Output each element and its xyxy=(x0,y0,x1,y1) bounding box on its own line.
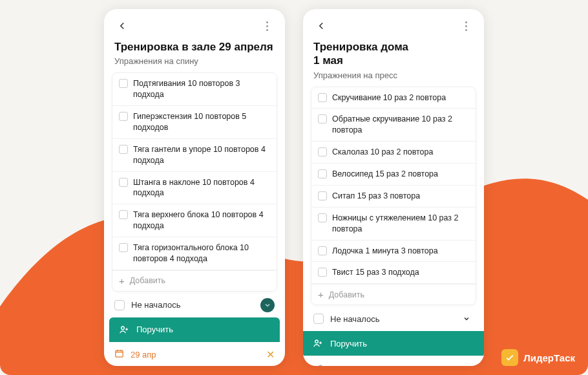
status-label: Не началось xyxy=(131,300,181,310)
chevron-down-icon[interactable] xyxy=(260,298,275,312)
kebab-icon[interactable] xyxy=(458,18,474,34)
checkbox-icon[interactable] xyxy=(318,268,327,277)
task-row[interactable]: Велосипед 15 раз 2 повтора xyxy=(311,164,476,186)
task-row[interactable]: Подтягивания 10 повторов 3 подхода xyxy=(112,73,277,106)
checkbox-icon[interactable] xyxy=(318,246,327,255)
checkbox-icon[interactable] xyxy=(318,213,327,222)
plus-icon: + xyxy=(119,276,125,286)
task-label: Штанга в наклоне 10 повторов 4 подхода xyxy=(133,177,270,199)
checkbox-icon[interactable] xyxy=(119,145,128,154)
message-row xyxy=(303,356,484,366)
task-row[interactable]: Тяга горизонтального блока 10 повторов 4… xyxy=(112,237,277,270)
task-label: Ножницы с утяжелением 10 раз 2 повтора xyxy=(332,213,469,235)
task-label: Гиперэкстензия 10 повторов 5 подходов xyxy=(133,111,270,133)
task-row[interactable]: Обратные скручивание 10 раз 2 повтора xyxy=(311,109,476,142)
task-row[interactable]: Скручивание 10 раз 2 повтора xyxy=(311,87,476,109)
chevron-down-icon[interactable] xyxy=(459,312,474,326)
checkbox-icon[interactable] xyxy=(114,300,125,310)
task-label: Подтягивания 10 повторов 3 подхода xyxy=(133,78,270,100)
page-title: Тренировка дома 1 мая xyxy=(303,40,484,70)
task-label: Обратные скручивание 10 раз 2 повтора xyxy=(332,114,469,136)
task-row[interactable]: Тяга верхнего блока 10 повторов 4 подход… xyxy=(112,204,277,237)
task-label: Тяга гантели в упоре 10 повторов 4 подхо… xyxy=(133,144,270,166)
add-label: Добавить xyxy=(130,276,165,285)
person-plus-icon xyxy=(312,338,324,349)
assign-label: Поручить xyxy=(330,339,367,348)
checkbox-icon[interactable] xyxy=(119,243,128,252)
task-label: Ситап 15 раз 3 повтора xyxy=(332,191,420,202)
task-list: Скручивание 10 раз 2 повтора Обратные ск… xyxy=(311,87,476,306)
checkbox-icon[interactable] xyxy=(119,79,128,88)
svg-point-0 xyxy=(121,327,125,330)
date-row[interactable]: 29 апр ✕ xyxy=(104,342,285,366)
task-row[interactable]: Ситап 15 раз 3 повтора xyxy=(311,186,476,208)
add-task-button[interactable]: +Добавить xyxy=(112,270,277,291)
task-row[interactable]: Штанга в наклоне 10 повторов 4 подхода xyxy=(112,172,277,205)
back-arrow-icon[interactable] xyxy=(313,18,329,34)
checkbox-icon[interactable] xyxy=(318,191,327,200)
close-icon[interactable]: ✕ xyxy=(266,348,275,361)
date-label: 29 апр xyxy=(131,350,156,359)
task-row[interactable]: Тяга гантели в упоре 10 повторов 4 подхо… xyxy=(112,139,277,172)
assign-button[interactable]: Поручить xyxy=(109,317,280,342)
task-label: Скручивание 10 раз 2 повтора xyxy=(332,92,446,103)
status-row[interactable]: Не началось xyxy=(104,292,285,317)
page-title: Тренировка в зале 29 апреля xyxy=(104,40,285,56)
assign-label: Поручить xyxy=(136,325,173,334)
checkbox-icon[interactable] xyxy=(318,169,327,178)
brand-name: ЛидерТаск xyxy=(523,352,575,363)
task-list: Подтягивания 10 повторов 3 подхода Гипер… xyxy=(112,72,277,292)
add-task-button[interactable]: +Добавить xyxy=(311,284,476,305)
brand-badge-icon xyxy=(501,349,518,366)
checkbox-icon[interactable] xyxy=(313,314,324,324)
svg-rect-1 xyxy=(116,350,123,357)
brand-logo: ЛидерТаск xyxy=(501,349,575,366)
task-label: Скалолаз 10 раз 2 повтора xyxy=(332,147,433,158)
plus-icon: + xyxy=(318,290,324,299)
kebab-icon[interactable] xyxy=(259,18,275,34)
checkbox-icon[interactable] xyxy=(318,93,327,102)
checkbox-icon[interactable] xyxy=(318,147,327,156)
svg-point-2 xyxy=(315,340,319,343)
paperclip-icon[interactable] xyxy=(313,364,324,366)
phone-right: Тренировка дома 1 мая Упражнения на прес… xyxy=(303,9,484,366)
task-row[interactable]: Скалолаз 10 раз 2 повтора xyxy=(311,142,476,164)
checkbox-icon[interactable] xyxy=(119,178,128,187)
calendar-icon xyxy=(114,348,124,360)
task-label: Тяга горизонтального блока 10 повторов 4… xyxy=(133,242,270,264)
task-label: Тяга верхнего блока 10 повторов 4 подход… xyxy=(133,209,270,231)
page-subtitle: Упражнения на спину xyxy=(104,56,285,72)
phone-left: Тренировка в зале 29 апреля Упражнения н… xyxy=(104,9,285,366)
status-label: Не началось xyxy=(330,314,380,324)
person-plus-icon xyxy=(118,324,130,336)
add-label: Добавить xyxy=(329,290,364,299)
task-row[interactable]: Ножницы с утяжелением 10 раз 2 повтора xyxy=(311,208,476,241)
task-label: Велосипед 15 раз 2 повтора xyxy=(332,169,438,180)
task-row[interactable]: Гиперэкстензия 10 повторов 5 подходов xyxy=(112,106,277,139)
checkbox-icon[interactable] xyxy=(119,112,128,121)
task-label: Лодочка 1 минута 3 повтора xyxy=(332,246,438,257)
task-row[interactable]: Твист 15 раз 3 подхода xyxy=(311,262,476,284)
checkbox-icon[interactable] xyxy=(119,210,128,219)
assign-button[interactable]: Поручить xyxy=(303,331,484,356)
task-row[interactable]: Лодочка 1 минута 3 повтора xyxy=(311,241,476,262)
page-subtitle: Упражнения на пресс xyxy=(303,70,484,87)
checkbox-icon[interactable] xyxy=(318,114,327,123)
status-row[interactable]: Не началось xyxy=(303,305,484,331)
back-arrow-icon[interactable] xyxy=(114,18,130,34)
task-label: Твист 15 раз 3 подхода xyxy=(332,267,419,278)
